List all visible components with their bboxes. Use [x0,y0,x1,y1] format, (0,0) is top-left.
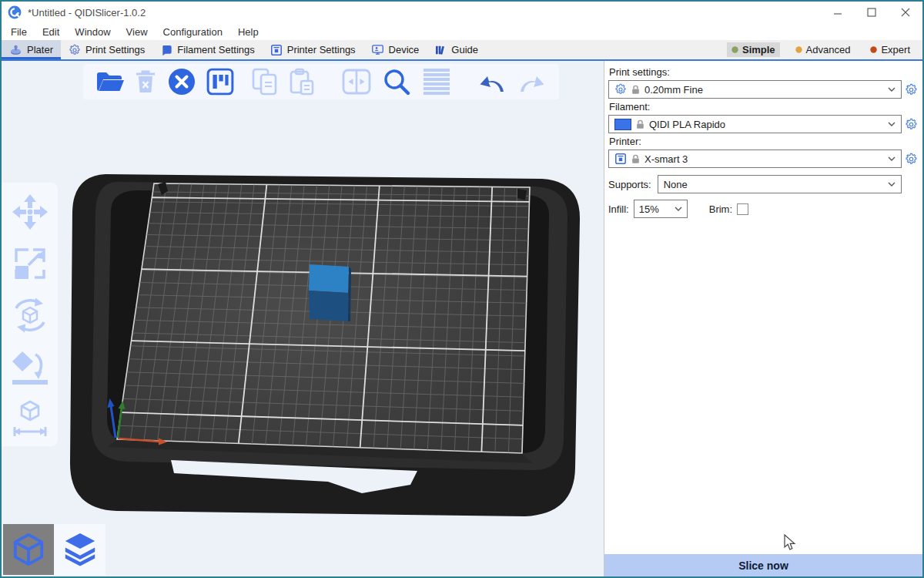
titlebar: *Untitled - QIDISlicer-1.0.2 [2,2,922,23]
menu-file[interactable]: File [3,26,35,38]
move-tool-button[interactable] [10,192,50,232]
app-logo-icon [8,5,22,19]
supports-combo[interactable]: None [658,175,902,193]
tab-printer-settings[interactable]: Printer Settings [263,40,363,59]
redo-button[interactable] [517,69,547,94]
paste-button[interactable] [288,68,316,96]
gear-icon [905,83,918,96]
maximize-button[interactable] [855,2,889,22]
print-settings-combo[interactable]: 0.20mm Fine [608,80,902,99]
search-button[interactable] [382,67,411,96]
viewport-3d[interactable] [2,61,604,576]
mode-label: Advanced [806,44,851,55]
scale-tool-button[interactable] [10,244,50,284]
mode-expert[interactable]: Expert [865,42,915,57]
undo-icon [477,69,507,94]
scale-icon [10,244,50,284]
tab-print-settings[interactable]: Print Settings [61,40,152,59]
menu-view[interactable]: View [119,26,156,38]
edit-printer-button[interactable] [905,153,918,166]
menubar: File Edit Window View Configuration Help [2,23,922,40]
left-toolbar [2,183,58,446]
menu-help[interactable]: Help [230,26,266,38]
variable-layer-height-button[interactable] [422,68,451,96]
model-cube[interactable] [309,264,351,321]
brim-checkbox[interactable] [737,203,748,215]
print-settings-value: 0.20mm Fine [644,84,883,96]
split-objects-icon [342,69,371,95]
open-folder-icon [95,69,125,94]
minimize-button[interactable] [821,2,855,22]
preview-view-button[interactable] [55,524,105,575]
chevron-down-icon [888,156,896,161]
infill-combo[interactable]: 15% [634,200,688,218]
slice-now-button[interactable]: Slice now [604,554,922,576]
edit-filament-button[interactable] [905,118,918,131]
chevron-down-icon [675,207,682,211]
place-on-face-icon [10,347,50,387]
close-button[interactable] [889,2,922,22]
supports-label: Supports: [608,179,651,190]
rotate-tool-button[interactable] [10,295,50,335]
printer-bed [70,174,580,516]
open-button[interactable] [95,69,125,94]
supports-value: None [664,179,883,190]
menu-configuration[interactable]: Configuration [156,26,230,38]
print-settings-gear-icon [69,44,81,56]
simple-mode-dot-icon [732,46,738,53]
tab-plater[interactable]: Plater [2,40,61,59]
printer-label: Printer: [609,136,918,147]
tab-label: Guide [451,44,478,55]
undo-button[interactable] [477,69,507,94]
menu-window[interactable]: Window [67,26,118,38]
gear-icon [905,118,918,131]
lock-icon [631,85,640,95]
arrange-button[interactable] [206,68,234,96]
move-icon [10,192,50,232]
advanced-mode-dot-icon [795,46,802,53]
search-icon [382,67,411,96]
scene-canvas [2,61,604,576]
tab-label: Print Settings [85,44,145,55]
copy-button[interactable] [251,68,279,96]
edit-print-settings-button[interactable] [905,83,918,96]
mode-label: Simple [742,44,775,55]
measure-icon [10,398,50,439]
window-title: *Untitled - QIDISlicer-1.0.2 [28,7,146,18]
tab-device[interactable]: Device [363,40,427,59]
measure-tool-button[interactable] [10,398,50,439]
app-window: *Untitled - QIDISlicer-1.0.2 File Edit W… [0,0,924,578]
device-monitor-icon [371,43,384,56]
mode-advanced[interactable]: Advanced [791,42,855,57]
arrange-icon [206,68,234,96]
split-objects-button[interactable] [342,69,371,95]
filament-label: Filament: [609,101,918,113]
tab-filament-settings[interactable]: Filament Settings [152,40,262,59]
menu-edit[interactable]: Edit [35,26,67,38]
filament-value: QIDI PLA Rapido [649,119,883,130]
infill-value: 15% [639,203,675,215]
printer-combo[interactable]: X-smart 3 [608,150,902,168]
cube-wireframe-icon [11,532,46,567]
brim-label: Brim: [709,203,732,215]
place-on-face-tool-button[interactable] [10,347,50,387]
view-toggles [3,524,105,575]
layers-list-icon [422,68,451,96]
close-icon [901,8,910,17]
mouse-cursor [784,534,796,551]
tab-label: Plater [27,44,53,55]
copy-icon [251,68,279,96]
chevron-down-icon [888,182,896,187]
delete-all-button[interactable] [168,68,196,96]
print-settings-label: Print settings: [609,66,918,78]
editor-view-button[interactable] [3,524,54,575]
mode-simple[interactable]: Simple [727,42,780,57]
tab-guide[interactable]: Guide [427,40,486,59]
mode-label: Expert [881,44,910,55]
delete-all-icon [168,68,196,96]
delete-button[interactable] [134,69,157,95]
filament-combo[interactable]: QIDI PLA Rapido [608,115,902,133]
tab-label: Device [389,44,420,55]
lock-icon [631,154,640,164]
settings-sidebar: Print settings: 0.20mm Fine Filament: [604,61,922,576]
